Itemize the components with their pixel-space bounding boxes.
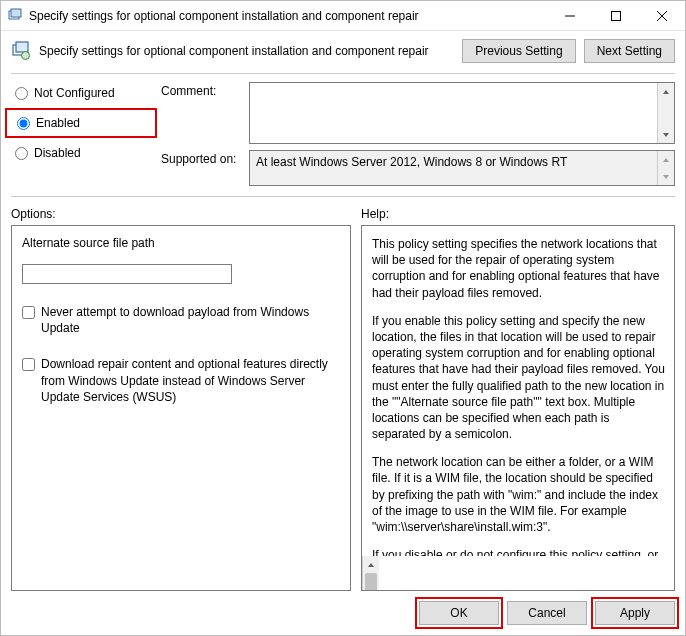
chk-never-download-input[interactable]	[22, 306, 35, 319]
comment-textarea[interactable]	[250, 83, 657, 143]
maximize-button[interactable]	[593, 1, 639, 30]
help-p4: If you disable or do not configure this …	[372, 547, 666, 556]
comment-label: Comment:	[161, 82, 241, 98]
help-p1: This policy setting specifies the networ…	[372, 236, 666, 301]
bottom-bar: OK Cancel Apply	[1, 591, 685, 635]
policy-title: Specify settings for optional component …	[39, 44, 454, 58]
svg-rect-3	[612, 11, 621, 20]
help-text: This policy setting specifies the networ…	[362, 226, 674, 556]
comment-box	[249, 82, 675, 144]
options-panel: Alternate source file path Never attempt…	[11, 225, 351, 591]
ok-button[interactable]: OK	[419, 601, 499, 625]
cancel-button[interactable]: Cancel	[507, 601, 587, 625]
scroll-up-icon[interactable]	[363, 556, 379, 573]
svg-point-8	[22, 52, 30, 60]
supported-box: At least Windows Server 2012, Windows 8 …	[249, 150, 675, 186]
options-label: Options:	[11, 207, 351, 221]
help-p3: The network location can be either a fol…	[372, 454, 666, 535]
scroll-up-icon	[658, 151, 674, 168]
window-controls	[547, 1, 685, 30]
window-title: Specify settings for optional component …	[29, 9, 547, 23]
svg-rect-1	[11, 9, 21, 17]
config-right-col: Comment: Supported on: At least Windows …	[161, 82, 675, 186]
svg-rect-7	[16, 42, 28, 52]
radio-disabled[interactable]: Disabled	[11, 144, 151, 162]
radio-enabled-input[interactable]	[17, 117, 30, 130]
apply-button[interactable]: Apply	[595, 601, 675, 625]
enabled-highlight: Enabled	[5, 108, 157, 138]
supported-row: Supported on: At least Windows Server 20…	[161, 150, 675, 186]
title-bar: Specify settings for optional component …	[1, 1, 685, 31]
config-area: Not Configured Enabled Disabled Comment:	[1, 74, 685, 186]
supported-scrollbar	[657, 151, 674, 185]
help-panel: This policy setting specifies the networ…	[361, 225, 675, 591]
scrollbar-thumb[interactable]	[365, 573, 377, 591]
chk-never-download[interactable]: Never attempt to download payload from W…	[22, 304, 340, 336]
alt-path-input[interactable]	[22, 264, 232, 284]
header-row: Specify settings for optional component …	[1, 31, 685, 63]
alt-path-label: Alternate source file path	[22, 236, 340, 250]
radio-not-configured[interactable]: Not Configured	[11, 84, 151, 102]
radio-disabled-label: Disabled	[34, 146, 81, 160]
chk-download-repair-label: Download repair content and optional fea…	[41, 356, 340, 405]
radio-enabled-label: Enabled	[36, 116, 80, 130]
scroll-up-icon[interactable]	[658, 83, 674, 100]
policy-icon	[11, 41, 31, 61]
comment-scrollbar[interactable]	[657, 83, 674, 143]
scroll-down-icon[interactable]	[658, 126, 674, 143]
supported-label: Supported on:	[161, 150, 241, 166]
panels: Alternate source file path Never attempt…	[1, 225, 685, 591]
help-scrollbar[interactable]	[362, 556, 379, 590]
chk-never-download-label: Never attempt to download payload from W…	[41, 304, 340, 336]
next-setting-button[interactable]: Next Setting	[584, 39, 675, 63]
minimize-button[interactable]	[547, 1, 593, 30]
radio-disabled-input[interactable]	[15, 147, 28, 160]
radio-not-configured-input[interactable]	[15, 87, 28, 100]
help-p2: If you enable this policy setting and sp…	[372, 313, 666, 443]
panel-labels: Options: Help:	[1, 197, 685, 225]
comment-row: Comment:	[161, 82, 675, 144]
chk-download-repair-input[interactable]	[22, 358, 35, 371]
chk-download-repair[interactable]: Download repair content and optional fea…	[22, 356, 340, 405]
previous-setting-button[interactable]: Previous Setting	[462, 39, 575, 63]
app-icon	[7, 8, 23, 24]
supported-text: At least Windows Server 2012, Windows 8 …	[250, 151, 657, 185]
radio-enabled[interactable]: Enabled	[13, 114, 149, 132]
state-radios: Not Configured Enabled Disabled	[11, 82, 151, 186]
help-label: Help:	[361, 207, 675, 221]
scroll-down-icon	[658, 168, 674, 185]
close-button[interactable]	[639, 1, 685, 30]
radio-not-configured-label: Not Configured	[34, 86, 115, 100]
